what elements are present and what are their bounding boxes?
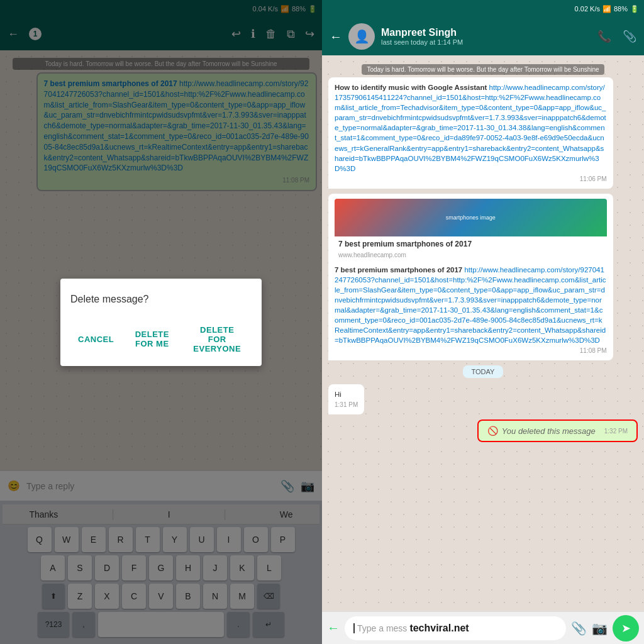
left-panel: 0.04 K/s 📶 88% 🔋 ← 1 ↩ ℹ 🗑 ⧉ ↪ Today is …: [0, 0, 322, 644]
deleted-text: You deleted this message: [502, 426, 596, 436]
status-bar-right: 0.02 K/s 📶 88% 🔋: [322, 0, 644, 18]
link-card-title: 7 best premium smartphones of 2017: [335, 236, 607, 251]
time-1: 11:06 PM: [335, 175, 607, 184]
send-button[interactable]: ➤: [613, 615, 639, 641]
message-hi: Hi 1:31 PM: [328, 384, 364, 414]
cancel-button[interactable]: CANCEL: [70, 320, 121, 358]
signal-icon-right: 📶: [602, 5, 611, 13]
deleted-message: 🚫 You deleted this message 1:32 PM: [477, 419, 638, 442]
link-card: smartphones image 7 best premium smartph…: [335, 199, 607, 262]
avatar: 👤: [348, 23, 375, 50]
hi-time: 1:31 PM: [335, 401, 358, 409]
delete-for-me-button[interactable]: DELETE FOR ME: [126, 320, 177, 358]
toolbar-right-icons: 📞 📎: [597, 30, 636, 43]
camera-icon-right[interactable]: 📷: [592, 621, 608, 636]
avatar-emoji: 👤: [354, 29, 370, 44]
delete-dialog: Delete message? CANCEL DELETE FOR ME DEL…: [60, 279, 262, 366]
hi-text: Hi: [335, 391, 341, 398]
phone-icon[interactable]: 📞: [597, 30, 611, 43]
link-card-image: smartphones image: [335, 199, 607, 236]
toolbar-right: ← 👤 Manpreet Singh last seen today at 1:…: [322, 18, 644, 55]
deleted-icon: 🚫: [487, 426, 498, 436]
chat-banner-right: Today is hard. Tomorrow will be worse. B…: [328, 63, 638, 75]
attach-icon-right[interactable]: 📎: [571, 621, 587, 636]
watermark: techviral.net: [409, 623, 469, 634]
dialog-overlay: Delete message? CANCEL DELETE FOR ME DEL…: [0, 0, 322, 644]
send-icon: ➤: [621, 621, 631, 635]
today-badge: TODAY: [328, 365, 638, 378]
message-2: smartphones image 7 best premium smartph…: [328, 194, 613, 361]
network-speed-right: 0.02 K/s: [575, 5, 600, 13]
right-panel: 0.02 K/s 📶 88% 🔋 ← 👤 Manpreet Singh last…: [322, 0, 644, 644]
text-cursor: [353, 623, 355, 633]
contact-info: Manpreet Singh last seen today at 1:14 P…: [381, 27, 591, 46]
time-2: 11:08 PM: [335, 347, 607, 355]
chat-area-right: Today is hard. Tomorrow will be worse. B…: [322, 55, 644, 611]
deleted-time: 1:32 PM: [604, 428, 628, 435]
message-text-1: How to identify music with Google Assist…: [335, 84, 606, 172]
delete-for-everyone-button[interactable]: DELETE FOR EVERYONE: [182, 320, 252, 358]
link-card-url: www.headlinecamp.com: [335, 251, 607, 262]
back-button-right[interactable]: ←: [330, 30, 342, 44]
battery-icon-right: 🔋: [630, 5, 639, 13]
message-input[interactable]: Type a mess techviral.net: [345, 616, 566, 640]
message-1: How to identify music with Google Assist…: [328, 77, 613, 189]
contact-name[interactable]: Manpreet Singh: [381, 27, 591, 38]
input-bar-right: ← Type a mess techviral.net 📎 📷 ➤: [322, 611, 644, 644]
message-text-2: 7 best premium smartphones of 2017 http:…: [335, 266, 606, 345]
attach-back-icon[interactable]: ←: [327, 621, 340, 635]
input-placeholder: Type a mess: [357, 623, 407, 633]
today-label: TODAY: [463, 365, 504, 378]
contact-status: last seen today at 1:14 PM: [381, 38, 591, 46]
dialog-title: Delete message?: [70, 294, 252, 305]
battery-right: 88%: [614, 5, 628, 13]
dialog-buttons: CANCEL DELETE FOR ME DELETE FOR EVERYONE: [70, 320, 252, 358]
paperclip-icon[interactable]: 📎: [623, 30, 636, 43]
